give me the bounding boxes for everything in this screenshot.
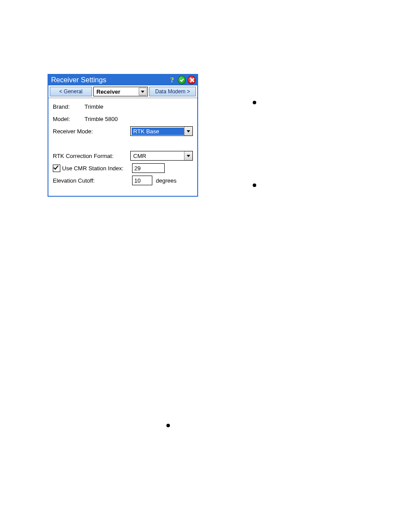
receiver-mode-label: Receiver Mode: [53, 128, 130, 135]
next-tab-label: Data Modem > [155, 88, 190, 95]
dialog-content: Brand: Trimble Model: Trimble 5800 Recei… [48, 98, 197, 196]
close-icon[interactable] [188, 76, 195, 84]
chevron-down-icon [139, 88, 147, 95]
next-tab-button[interactable]: Data Modem > [149, 87, 196, 96]
use-cmr-checkbox[interactable] [53, 165, 60, 172]
rtk-format-row: RTK Correction Format: CMR [53, 151, 193, 161]
titlebar-icon-group: ? [168, 76, 195, 84]
brand-value: Trimble [85, 103, 103, 110]
elevation-cutoff-row: Elevation Cutoff: degrees [53, 176, 193, 185]
bullet-icon [253, 183, 256, 187]
elevation-cutoff-input[interactable] [132, 176, 152, 185]
receiver-mode-value: RTK Base [132, 128, 184, 135]
tab-select-label: Receiver [96, 88, 139, 95]
prev-tab-button[interactable]: < General [50, 87, 92, 96]
tab-select[interactable]: Receiver [93, 87, 148, 96]
dialog-titlebar: Receiver Settings ? [48, 75, 197, 85]
receiver-mode-select[interactable]: RTK Base [130, 126, 193, 136]
chevron-down-icon [184, 151, 192, 160]
rtk-format-select[interactable]: CMR [130, 151, 193, 161]
dialog-title: Receiver Settings [51, 76, 168, 84]
cmr-index-input[interactable] [132, 163, 165, 173]
use-cmr-label: Use CMR Station Index: [62, 165, 123, 172]
elevation-cutoff-label: Elevation Cutoff: [53, 177, 132, 184]
help-icon[interactable]: ? [168, 76, 176, 84]
cmr-index-row: Use CMR Station Index: [53, 163, 193, 173]
receiver-settings-dialog: Receiver Settings ? < General Receiver D… [48, 74, 198, 197]
prev-tab-label: < General [59, 88, 82, 95]
rtk-format-value: CMR [132, 152, 184, 160]
chevron-down-icon [184, 127, 192, 136]
rtk-format-label: RTK Correction Format: [53, 153, 130, 159]
tab-bar: < General Receiver Data Modem > [48, 85, 197, 98]
brand-label: Brand: [53, 103, 85, 110]
receiver-mode-row: Receiver Mode: RTK Base [53, 126, 193, 136]
brand-row: Brand: Trimble [53, 102, 193, 111]
ok-icon[interactable] [178, 76, 186, 84]
elevation-cutoff-unit: degrees [156, 177, 177, 184]
model-row: Model: Trimble 5800 [53, 114, 193, 124]
bullet-icon [253, 101, 256, 104]
bullet-icon [166, 424, 170, 427]
model-value: Trimble 5800 [85, 116, 118, 122]
model-label: Model: [53, 116, 85, 122]
